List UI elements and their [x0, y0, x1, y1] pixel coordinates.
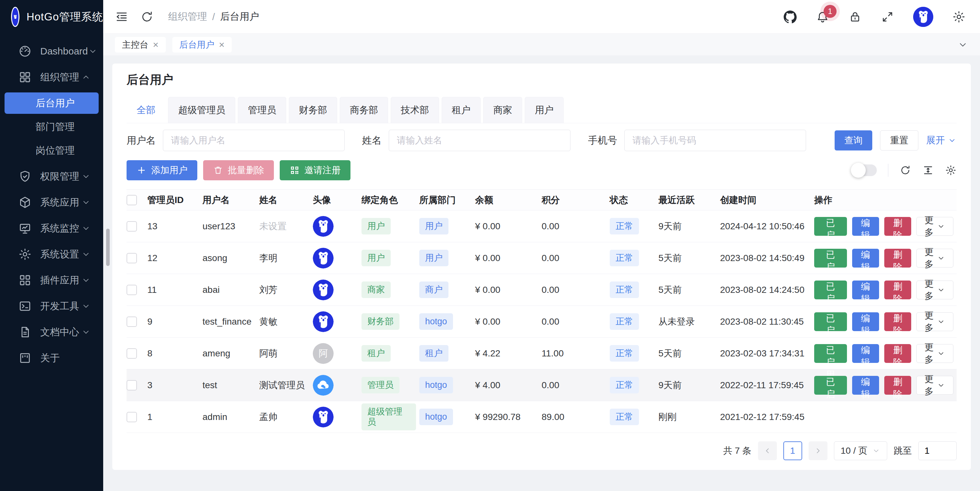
settings-gear-icon[interactable]: [952, 10, 966, 24]
tabbar-chevron-down-icon[interactable]: [957, 39, 968, 50]
next-page-button[interactable]: [809, 442, 827, 460]
batch-delete-button[interactable]: 批量删除: [203, 160, 274, 180]
breadcrumb-parent[interactable]: 组织管理: [168, 10, 207, 23]
sidebar-item[interactable]: 权限管理: [0, 164, 103, 189]
cell-name: 未设置: [259, 221, 286, 231]
topbar-actions: 1: [783, 7, 966, 27]
filter-tab[interactable]: 商家: [483, 97, 522, 123]
filter-tab[interactable]: 商务部: [340, 97, 388, 123]
sidebar-item[interactable]: 文档中心: [0, 319, 103, 345]
search-input[interactable]: [163, 130, 345, 151]
edit-button[interactable]: 编辑: [852, 376, 879, 395]
more-button[interactable]: 更多: [916, 376, 953, 395]
row-checkbox[interactable]: [127, 316, 137, 327]
delete-button[interactable]: 删除: [884, 249, 911, 267]
sidebar-item[interactable]: 关于: [0, 345, 103, 371]
invite-register-button[interactable]: 邀请注册: [280, 160, 350, 180]
filter-tab[interactable]: 管理员: [238, 97, 286, 123]
select-all-checkbox[interactable]: [127, 195, 137, 205]
striped-toggle[interactable]: [851, 164, 877, 176]
delete-button[interactable]: 删除: [884, 217, 911, 236]
cell-name: 孟帅: [259, 412, 277, 422]
row-density-icon[interactable]: [922, 164, 934, 176]
row-checkbox[interactable]: [127, 348, 137, 359]
sidebar-item[interactable]: 系统监控: [0, 215, 103, 241]
cube-icon: [18, 195, 32, 209]
search-input[interactable]: [624, 130, 806, 151]
sidebar-item[interactable]: 开发工具: [0, 293, 103, 319]
shield-icon: [18, 170, 32, 183]
enabled-button[interactable]: 已启用: [814, 376, 847, 395]
notifications-bell-icon[interactable]: 1: [816, 10, 829, 24]
column-settings-gear-icon[interactable]: [945, 164, 957, 176]
reload-page-icon[interactable]: [140, 10, 154, 24]
jump-page-input[interactable]: [918, 442, 957, 460]
delete-button[interactable]: 删除: [884, 376, 911, 395]
edit-button[interactable]: 编辑: [852, 217, 879, 236]
expand-toggle[interactable]: 展开: [926, 134, 957, 147]
filter-tab[interactable]: 租户: [442, 97, 480, 123]
enabled-button[interactable]: 已启用: [814, 249, 847, 267]
row-checkbox[interactable]: [127, 253, 137, 263]
prev-page-button[interactable]: [758, 442, 777, 460]
delete-button[interactable]: 删除: [884, 281, 911, 299]
sidebar-subitem[interactable]: 后台用户: [5, 92, 99, 114]
scrollbar-thumb[interactable]: [106, 229, 110, 266]
cell-name: 刘芳: [259, 285, 277, 295]
row-checkbox[interactable]: [127, 412, 137, 422]
row-checkbox[interactable]: [127, 285, 137, 295]
app-logo[interactable]: HotGo管理系统: [0, 0, 103, 34]
more-button[interactable]: 更多: [916, 312, 953, 331]
close-icon[interactable]: ×: [153, 40, 159, 49]
more-label: 更多: [924, 309, 934, 334]
row-checkbox[interactable]: [127, 380, 137, 391]
filter-tab[interactable]: 全部: [127, 97, 165, 123]
reset-button[interactable]: 重置: [880, 130, 918, 151]
sidebar-item[interactable]: 插件应用: [0, 267, 103, 293]
row-actions: 已启用编辑删除更多: [814, 376, 953, 395]
edit-button[interactable]: 编辑: [852, 281, 879, 299]
table-refresh-icon[interactable]: [899, 164, 911, 176]
page-number-button[interactable]: 1: [783, 442, 802, 460]
close-icon[interactable]: ×: [219, 40, 225, 49]
enabled-button[interactable]: 已启用: [814, 217, 847, 236]
department-badge: hotgo: [419, 408, 453, 425]
filter-tab[interactable]: 用户: [525, 97, 564, 123]
sidebar-item[interactable]: 系统应用: [0, 189, 103, 215]
delete-button[interactable]: 删除: [884, 312, 911, 331]
edit-button[interactable]: 编辑: [852, 312, 879, 331]
filter-tab[interactable]: 超级管理员: [168, 97, 235, 123]
lock-screen-icon[interactable]: [848, 10, 862, 24]
github-icon[interactable]: [783, 10, 797, 24]
edit-button[interactable]: 编辑: [852, 249, 879, 267]
edit-button[interactable]: 编辑: [852, 344, 879, 363]
cell-last-active: 从未登录: [659, 316, 695, 327]
enabled-button[interactable]: 已启用: [814, 281, 847, 299]
department-badge: 用户: [419, 250, 449, 266]
delete-button[interactable]: 删除: [884, 344, 911, 363]
search-input[interactable]: [389, 130, 571, 151]
more-button[interactable]: 更多: [916, 217, 953, 236]
sidebar-subitem[interactable]: 岗位管理: [5, 140, 99, 161]
fullscreen-icon[interactable]: [881, 10, 894, 24]
add-user-button[interactable]: 添加用户: [127, 160, 197, 180]
query-button[interactable]: 查询: [835, 130, 872, 151]
more-button[interactable]: 更多: [916, 249, 953, 267]
more-button[interactable]: 更多: [916, 344, 953, 363]
tab-console[interactable]: 主控台 ×: [115, 37, 166, 52]
tab-backend-users[interactable]: 后台用户 ×: [172, 37, 232, 52]
page-size-select[interactable]: 10 / 页: [834, 442, 887, 460]
user-avatar[interactable]: [913, 7, 933, 27]
filter-tab[interactable]: 财务部: [289, 97, 337, 123]
sidebar-item[interactable]: 组织管理: [0, 64, 103, 90]
sidebar-collapse-icon[interactable]: [115, 10, 129, 24]
enabled-button[interactable]: 已启用: [814, 312, 847, 331]
row-checkbox[interactable]: [127, 221, 137, 232]
breadcrumb-current: 后台用户: [220, 10, 259, 23]
sidebar-subitem[interactable]: 部门管理: [5, 116, 99, 138]
sidebar-item[interactable]: 系统设置: [0, 241, 103, 267]
enabled-button[interactable]: 已启用: [814, 344, 847, 363]
more-button[interactable]: 更多: [916, 281, 953, 299]
sidebar-item[interactable]: Dashboard: [0, 38, 103, 64]
filter-tab[interactable]: 技术部: [391, 97, 439, 123]
